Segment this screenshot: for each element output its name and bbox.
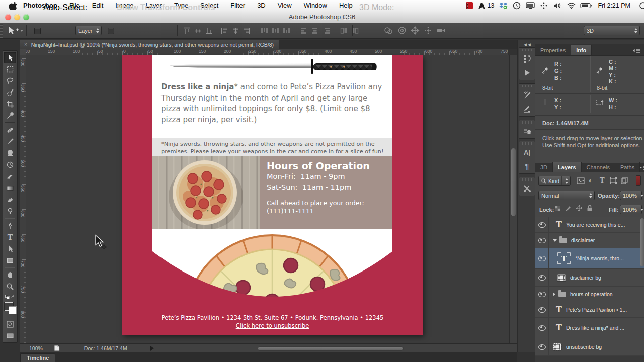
menu-help[interactable]: Help bbox=[333, 0, 359, 11]
filter-toggle[interactable] bbox=[636, 175, 641, 186]
3d-rotate-icon[interactable] bbox=[383, 26, 393, 35]
background-color-swatch[interactable] bbox=[9, 306, 17, 314]
zoom-window-button[interactable] bbox=[23, 14, 29, 20]
menu-edit[interactable]: Edit bbox=[86, 0, 109, 11]
menu-filter[interactable]: Filter bbox=[224, 0, 251, 11]
3d-slide-icon[interactable] bbox=[424, 26, 433, 35]
tab-layers[interactable]: Layers bbox=[553, 162, 581, 172]
smudge-tool[interactable] bbox=[4, 194, 16, 205]
character-panel-icon[interactable]: A| bbox=[519, 145, 535, 159]
status-options-caret-icon[interactable] bbox=[150, 346, 154, 351]
show-transform-checkbox[interactable] bbox=[108, 28, 114, 34]
lock-transparency-icon[interactable] bbox=[554, 205, 561, 212]
lock-pixels-icon[interactable] bbox=[565, 205, 572, 212]
layer-row-selected[interactable]: T *Ninja swords, thro... bbox=[535, 248, 644, 269]
auto-align-layers-icon[interactable] bbox=[350, 26, 360, 36]
dock-grip[interactable] bbox=[522, 142, 532, 145]
align-top-edges-icon[interactable] bbox=[182, 26, 192, 36]
clone-source-panel-icon[interactable] bbox=[519, 124, 535, 138]
eye-toggle-icon[interactable] bbox=[535, 338, 549, 355]
menu-window[interactable]: Window bbox=[298, 0, 333, 11]
history-brush-tool[interactable] bbox=[4, 159, 16, 170]
minimize-window-button[interactable] bbox=[14, 14, 20, 20]
layer-row[interactable]: T You are receiving this e... bbox=[535, 217, 644, 233]
panel-menu-icon[interactable] bbox=[633, 49, 641, 53]
eye-toggle-icon[interactable] bbox=[535, 233, 549, 248]
3d-pan-icon[interactable] bbox=[411, 26, 420, 35]
tab-channels[interactable]: Channels bbox=[582, 162, 615, 172]
brush-presets-panel-icon[interactable] bbox=[519, 102, 535, 116]
volume-icon[interactable] bbox=[553, 1, 562, 10]
align-horizontal-centers-icon[interactable] bbox=[231, 26, 240, 36]
displays-icon[interactable] bbox=[526, 1, 535, 10]
zoom-tool[interactable] bbox=[4, 281, 16, 292]
layer-filter-select[interactable]: Kind bbox=[538, 176, 571, 186]
expand-panels-icon[interactable]: ◄◄ bbox=[523, 42, 531, 47]
3d-camera-icon[interactable] bbox=[437, 26, 447, 35]
workspace-select[interactable]: 3D bbox=[584, 26, 640, 35]
distribute-horizontal-centers-icon[interactable] bbox=[310, 26, 320, 36]
layer-row[interactable]: T Dress like a ninja* and ... bbox=[535, 318, 644, 338]
canvas[interactable]: Dress like a ninja* and come to Pete’s P… bbox=[122, 55, 423, 335]
horizontal-scrollbar-thumb[interactable] bbox=[258, 346, 404, 351]
healing-brush-tool[interactable] bbox=[4, 124, 16, 136]
vertical-scrollbar-thumb[interactable] bbox=[511, 148, 516, 216]
tool-preset-caret-icon[interactable] bbox=[20, 30, 23, 32]
panel-menu-icon[interactable] bbox=[640, 166, 644, 170]
eye-toggle-icon[interactable] bbox=[535, 269, 549, 286]
spotlight-partial-icon[interactable] bbox=[637, 1, 644, 10]
group-expand-caret-icon[interactable] bbox=[553, 239, 557, 242]
path-selection-tool[interactable] bbox=[4, 243, 16, 254]
film-app-icon[interactable] bbox=[465, 1, 474, 10]
distribute-vertical-centers-icon[interactable] bbox=[271, 26, 280, 36]
eyedropper-tool[interactable] bbox=[4, 110, 16, 121]
adobe-updater-icon[interactable] bbox=[478, 1, 485, 10]
battery-icon[interactable] bbox=[580, 1, 592, 10]
group-collapse-caret-icon[interactable] bbox=[553, 292, 555, 296]
menubar-clock[interactable]: Fri 2:21 PM bbox=[597, 2, 632, 9]
universal-access-icon[interactable] bbox=[539, 1, 548, 10]
tab-paths[interactable]: Paths bbox=[615, 162, 640, 172]
distribute-widths-icon[interactable] bbox=[339, 26, 349, 36]
menu-view[interactable]: View bbox=[272, 0, 298, 11]
tab-3d[interactable]: 3D bbox=[535, 162, 553, 172]
blend-mode-select[interactable]: Normal bbox=[538, 191, 595, 200]
pen-tool[interactable] bbox=[4, 220, 16, 231]
layer-row[interactable]: T Pete's Pizza Pavilion • 1... bbox=[535, 302, 644, 318]
screen-mode-button[interactable] bbox=[4, 330, 16, 341]
move-tool-badge-icon[interactable] bbox=[6, 26, 19, 36]
distribute-right-edges-icon[interactable] bbox=[321, 26, 331, 36]
options-bar-grip[interactable] bbox=[0, 24, 3, 38]
close-window-button[interactable] bbox=[5, 14, 11, 20]
layers-scrollbar-thumb[interactable] bbox=[640, 218, 644, 266]
horizontal-ruler[interactable]: 2001501005005010015020025030035040045050… bbox=[26, 49, 508, 56]
fill-select[interactable]: 100% bbox=[620, 205, 642, 214]
close-document-icon[interactable]: × bbox=[24, 42, 27, 47]
document-tab[interactable]: × NinjaNight–final.psd @ 100% (*Ninja sw… bbox=[20, 40, 279, 49]
vertical-scrollbar[interactable] bbox=[509, 55, 518, 343]
quick-selection-tool[interactable] bbox=[4, 86, 16, 98]
eye-toggle-icon[interactable] bbox=[535, 217, 549, 232]
eye-toggle-icon[interactable] bbox=[535, 318, 549, 338]
gradient-tool[interactable] bbox=[4, 182, 16, 194]
wifi-icon[interactable] bbox=[567, 1, 576, 10]
swap-colors-icon[interactable] bbox=[5, 295, 15, 299]
filter-smart-objects-icon[interactable] bbox=[621, 177, 628, 184]
history-panel-icon[interactable] bbox=[519, 52, 535, 66]
tool-presets-panel-icon[interactable] bbox=[519, 182, 535, 196]
quick-mask-button[interactable] bbox=[4, 318, 16, 330]
dodge-tool[interactable] bbox=[4, 205, 16, 217]
auto-select-checkbox[interactable] bbox=[34, 28, 41, 34]
distribute-left-edges-icon[interactable] bbox=[299, 26, 309, 36]
actions-panel-icon[interactable] bbox=[519, 66, 535, 80]
dropbox-icon[interactable] bbox=[499, 1, 508, 10]
align-bottom-edges-icon[interactable] bbox=[204, 26, 214, 36]
filter-pixel-layers-icon[interactable] bbox=[577, 177, 585, 184]
apple-menu-icon[interactable] bbox=[8, 1, 17, 10]
time-machine-icon[interactable] bbox=[512, 1, 521, 10]
brush-tool[interactable] bbox=[4, 136, 16, 147]
3d-roll-icon[interactable] bbox=[397, 26, 407, 35]
clone-stamp-tool[interactable] bbox=[4, 147, 16, 159]
layer-row[interactable]: hours of operation bbox=[535, 287, 644, 302]
dock-grip[interactable] bbox=[522, 178, 532, 181]
